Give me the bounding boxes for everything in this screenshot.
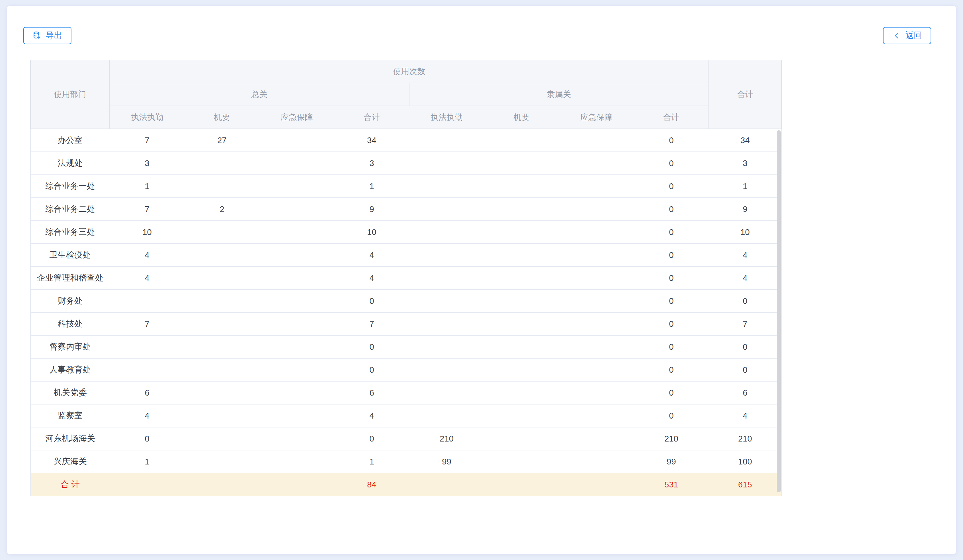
table-row: 综合业务二处72909 [31,197,781,221]
table-cell: 0 [634,404,709,427]
table-cell: 1 [709,175,781,197]
col-header-grand-total: 合计 [709,60,781,129]
table-cell: 4 [110,267,185,290]
col-header-ls-emergency: 应急保障 [559,106,634,129]
table-cell [409,312,484,335]
table-cell [484,175,559,197]
table-cell: 6 [110,381,185,404]
table-cell [559,175,634,197]
table-cell: 34 [709,129,781,152]
table-cell [259,427,334,450]
table-cell: 0 [709,290,781,312]
back-button[interactable]: 返回 [883,27,931,44]
table-cell [559,221,634,244]
table-cell: 9 [334,197,409,221]
table-cell [409,473,484,496]
table-cell [185,404,259,427]
table-cell: 4 [709,404,781,427]
table-cell: 6 [709,381,781,404]
table-row: 监察室4404 [31,404,781,427]
table-scrollbar[interactable] [777,130,781,492]
table-cell [409,381,484,404]
table-cell: 0 [634,335,709,358]
table-row: 综合业务一处1101 [31,175,781,197]
table-cell: 7 [709,312,781,335]
table-cell [559,427,634,450]
table-cell [484,152,559,175]
dept-cell: 督察内审处 [31,335,110,358]
dept-cell: 财务处 [31,290,110,312]
table-cell [185,335,259,358]
table-cell: 0 [334,290,409,312]
table-cell [185,381,259,404]
table-cell [259,473,334,496]
table-row: 人事教育处000 [31,358,781,381]
table-cell: 34 [334,129,409,152]
table-cell: 0 [334,358,409,381]
table-cell [259,404,334,427]
table-cell [559,244,634,267]
table-row: 机关党委6606 [31,381,781,404]
table-cell: 4 [334,244,409,267]
table-cell [259,312,334,335]
table-cell: 210 [409,427,484,450]
table-cell: 0 [634,152,709,175]
table-cell [185,175,259,197]
table-row: 科技处7707 [31,312,781,335]
table-cell [409,358,484,381]
content-card: 导出 返回 使用部门 使用次数 合计 总 [7,6,956,554]
table-cell [559,404,634,427]
page: { "colors":{ "primary":"#2d8cf0", "heade… [0,0,963,560]
table-cell: 1 [110,450,185,473]
scrollbar-thumb[interactable] [777,130,781,492]
dept-cell: 企业管理和稽查处 [31,267,110,290]
table-cell [484,358,559,381]
table-cell: 1 [334,175,409,197]
table-cell [559,473,634,496]
table-cell [409,335,484,358]
table-cell [559,312,634,335]
table-cell [259,152,334,175]
table-cell [409,129,484,152]
table-cell [484,312,559,335]
table-cell [259,175,334,197]
table-cell [409,267,484,290]
table-cell [409,244,484,267]
table-cell: 210 [709,427,781,450]
dept-cell: 办公室 [31,129,110,152]
table-cell [110,290,185,312]
col-header-zg-emergency: 应急保障 [259,106,334,129]
table-cell: 0 [334,427,409,450]
table-cell: 27 [185,129,259,152]
table-cell [259,244,334,267]
table-cell [259,129,334,152]
table-cell: 4 [334,267,409,290]
back-button-label: 返回 [905,30,922,41]
table-cell: 4 [334,404,409,427]
table-cell: 9 [709,197,781,221]
table-cell: 210 [634,427,709,450]
table-cell: 7 [110,197,185,221]
table-cell: 4 [709,267,781,290]
table-cell: 0 [634,129,709,152]
table-cell [185,473,259,496]
table-cell: 7 [110,312,185,335]
table-cell: 0 [334,335,409,358]
dept-cell: 人事教育处 [31,358,110,381]
table-cell: 10 [334,221,409,244]
col-header-usage-count: 使用次数 [110,60,709,83]
total-row: 合 计84531615 [31,473,781,496]
usage-stats-table: 使用部门 使用次数 合计 总关 隶属关 执法执勤 机要 应急保障 合计 执法执勤… [30,60,781,496]
table-cell [484,450,559,473]
table-cell: 100 [709,450,781,473]
table-cell [559,152,634,175]
export-button[interactable]: 导出 [23,27,71,44]
table-cell: 0 [634,244,709,267]
table-cell [409,290,484,312]
table-cell [110,473,185,496]
col-header-lishuguan: 隶属关 [409,83,709,106]
chevron-left-icon [892,31,901,40]
col-header-zongguan: 总关 [110,83,409,106]
table-row: 企业管理和稽查处4404 [31,267,781,290]
dept-cell: 合 计 [31,473,110,496]
